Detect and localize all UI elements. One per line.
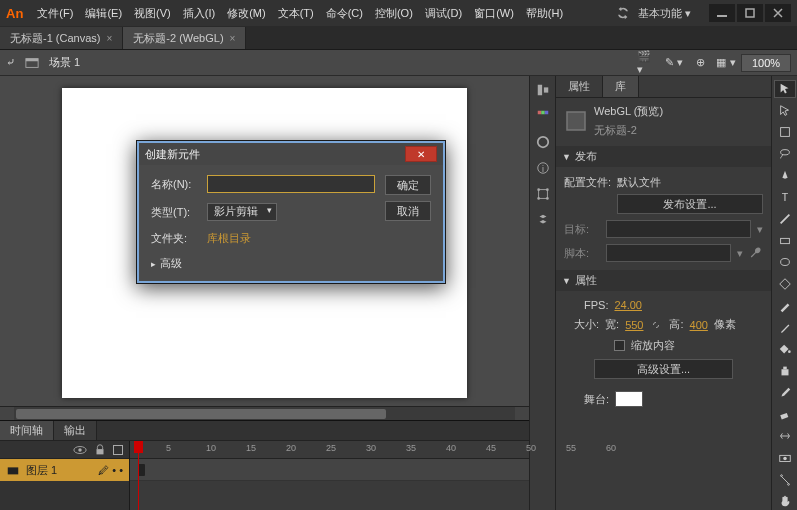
document-tabs: 无标题-1 (Canvas)× 无标题-2 (WebGL)× (0, 26, 797, 50)
zoom-input[interactable]: 100% (741, 54, 791, 72)
transform-panel-icon[interactable] (533, 184, 553, 204)
edit-scene-icon[interactable]: ✎ ▾ (663, 53, 685, 73)
oval-tool[interactable] (774, 254, 796, 272)
eyedropper-tool[interactable] (774, 384, 796, 402)
ok-button[interactable]: 确定 (385, 175, 431, 195)
menu-debug[interactable]: 调试(D) (419, 3, 468, 24)
menu-help[interactable]: 帮助(H) (520, 3, 569, 24)
type-select[interactable]: 影片剪辑 (207, 203, 277, 221)
ruler-tick: 10 (206, 443, 216, 453)
tab-doc-2[interactable]: 无标题-2 (WebGL)× (123, 27, 246, 49)
height-value[interactable]: 400 (690, 319, 708, 331)
visibility-icon[interactable] (73, 443, 87, 457)
dialog-title: 创建新元件 (145, 147, 200, 162)
keyframe[interactable] (138, 464, 145, 476)
menu-window[interactable]: 窗口(W) (468, 3, 520, 24)
fps-value[interactable]: 24.00 (614, 299, 642, 311)
frame-row[interactable] (130, 459, 529, 481)
rectangle-tool[interactable] (774, 232, 796, 250)
ruler-tick: 25 (326, 443, 336, 453)
eraser-tool[interactable] (774, 406, 796, 424)
playhead[interactable] (138, 441, 139, 510)
clapper-icon[interactable]: 🎬 ▾ (637, 53, 659, 73)
layer-name[interactable]: 图层 1 (26, 463, 57, 478)
lasso-tool[interactable] (774, 145, 796, 163)
folder-label: 文件夹: (151, 231, 199, 246)
menu-view[interactable]: 视图(V) (128, 3, 177, 24)
menu-command[interactable]: 命令(C) (320, 3, 369, 24)
info-panel-icon[interactable]: i (533, 158, 553, 178)
lock-icon[interactable] (93, 443, 107, 457)
menu-file[interactable]: 文件(F) (31, 3, 79, 24)
tab-timeline[interactable]: 时间轴 (0, 421, 54, 440)
ruler-tick: 35 (406, 443, 416, 453)
text-tool[interactable]: T (774, 189, 796, 207)
app-icon: An (6, 6, 23, 21)
scale-content-checkbox[interactable] (614, 340, 625, 351)
folder-link[interactable]: 库根目录 (207, 231, 251, 246)
advanced-toggle[interactable]: ▸高级 (151, 256, 375, 271)
frame-ruler[interactable]: 151015202530354045505560 (130, 441, 529, 459)
svg-text:T: T (781, 191, 788, 203)
menu-modify[interactable]: 修改(M) (221, 3, 272, 24)
grid-icon[interactable]: ▦ ▾ (715, 53, 737, 73)
components-panel-icon[interactable] (533, 210, 553, 230)
pen-tool[interactable] (774, 167, 796, 185)
dialog-close-button[interactable]: ✕ (405, 146, 437, 162)
publish-settings-button[interactable]: 发布设置... (617, 194, 763, 214)
menu-edit[interactable]: 编辑(E) (79, 3, 128, 24)
hand-tool[interactable] (774, 492, 796, 510)
fps-label: FPS: (584, 299, 608, 311)
swatches-panel-icon[interactable] (533, 106, 553, 126)
camera-tool[interactable] (774, 449, 796, 467)
width-tool[interactable] (774, 427, 796, 445)
minimize-button[interactable] (709, 4, 735, 22)
selection-tool[interactable] (774, 80, 796, 98)
line-tool[interactable] (774, 210, 796, 228)
svg-point-19 (537, 197, 540, 200)
wrench-icon[interactable] (749, 246, 763, 260)
section-attributes[interactable]: ▼属性 (556, 270, 771, 291)
free-transform-tool[interactable] (774, 123, 796, 141)
tab-doc-1[interactable]: 无标题-1 (Canvas)× (0, 27, 123, 49)
menu-control[interactable]: 控制(O) (369, 3, 419, 24)
align-panel-icon[interactable] (533, 80, 553, 100)
advanced-settings-button[interactable]: 高级设置... (594, 359, 733, 379)
workspace-switcher[interactable]: 基本功能 ▾ (638, 6, 691, 21)
pencil-tool[interactable] (774, 297, 796, 315)
color-panel-icon[interactable] (533, 132, 553, 152)
paint-bucket-tool[interactable] (774, 340, 796, 358)
layer-row-1[interactable]: 图层 1 🖉 • • (0, 459, 129, 481)
menu-insert[interactable]: 插入(I) (177, 3, 221, 24)
svg-rect-16 (538, 190, 547, 199)
ruler-tick: 50 (526, 443, 536, 453)
ink-bottle-tool[interactable] (774, 362, 796, 380)
subselection-tool[interactable] (774, 102, 796, 120)
stage-color-swatch[interactable] (615, 391, 643, 407)
back-icon[interactable]: ⤶ (6, 56, 15, 69)
section-publish[interactable]: ▼发布 (556, 146, 771, 167)
width-value[interactable]: 550 (625, 319, 643, 331)
outline-icon[interactable] (113, 445, 123, 455)
close-icon[interactable]: × (230, 33, 236, 44)
sync-icon[interactable] (616, 6, 630, 20)
close-button[interactable] (765, 4, 791, 22)
cancel-button[interactable]: 取消 (385, 201, 431, 221)
menu-text[interactable]: 文本(T) (272, 3, 320, 24)
tab-library[interactable]: 库 (603, 76, 639, 97)
svg-rect-8 (537, 85, 541, 96)
svg-point-13 (537, 137, 548, 148)
brush-tool[interactable] (774, 319, 796, 337)
close-icon[interactable]: × (106, 33, 112, 44)
tab-output[interactable]: 输出 (54, 421, 97, 440)
polystar-tool[interactable] (774, 275, 796, 293)
link-icon[interactable] (649, 318, 663, 332)
bone-tool[interactable] (774, 471, 796, 489)
maximize-button[interactable] (737, 4, 763, 22)
name-input[interactable] (207, 175, 375, 193)
scene-label[interactable]: 场景 1 (49, 55, 80, 70)
fit-icon[interactable]: ⊕ (689, 53, 711, 73)
horizontal-scrollbar[interactable] (0, 406, 529, 420)
scale-content-label: 缩放内容 (631, 338, 675, 353)
tab-properties[interactable]: 属性 (556, 76, 603, 97)
